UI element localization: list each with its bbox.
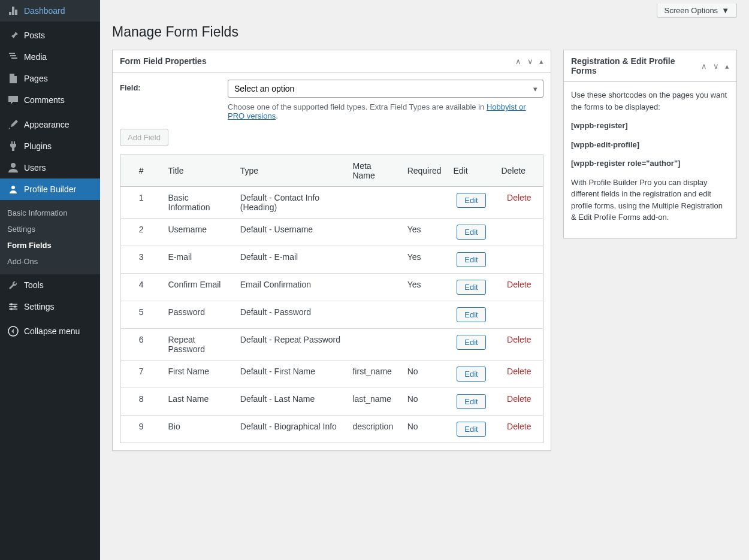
menu-pages[interactable]: Pages [0, 68, 100, 89]
cell-required: Yes [401, 246, 448, 274]
menu-label: Collapse menu [24, 326, 80, 336]
cell-meta [346, 219, 401, 246]
shortcode-register: [wppb-register] [571, 120, 729, 132]
cell-type: Default - Password [234, 301, 347, 329]
main-content: Screen Options▼ Manage Form Fields Form … [100, 0, 749, 560]
edit-button[interactable]: Edit [457, 193, 485, 208]
col-num: # [120, 155, 162, 187]
sidebox-intro: Use these shortcodes on the pages you wa… [571, 89, 729, 113]
cell-required: Yes [401, 219, 448, 246]
toggle-icon[interactable]: ▴ [725, 62, 729, 71]
cell-title: Password [162, 301, 234, 329]
edit-button[interactable]: Edit [457, 394, 485, 409]
delete-link[interactable]: Delete [507, 335, 531, 344]
edit-button[interactable]: Edit [457, 252, 485, 267]
menu-label: Media [24, 52, 47, 62]
col-meta: Meta Name [346, 155, 401, 187]
wrench-icon [7, 279, 19, 291]
cell-num: 4 [120, 274, 162, 301]
menu-comments[interactable]: Comments [0, 89, 100, 111]
cell-title: Last Name [162, 388, 234, 416]
cell-num: 6 [120, 329, 162, 361]
delete-link[interactable]: Delete [507, 280, 531, 289]
menu-label: Pages [24, 74, 48, 83]
add-field-button: Add Field [120, 129, 168, 146]
menu-settings[interactable]: Settings [0, 296, 100, 317]
menu-label: Users [24, 163, 46, 172]
cell-num: 2 [120, 219, 162, 246]
submenu-addons[interactable]: Add-Ons [0, 253, 100, 270]
brush-icon [7, 119, 19, 131]
menu-label: Comments [24, 95, 65, 105]
delete-link[interactable]: Delete [507, 367, 531, 376]
cell-title: Basic Information [162, 187, 234, 219]
menu-plugins[interactable]: Plugins [0, 135, 100, 157]
cell-type: Email Confirmation [234, 274, 347, 301]
svg-point-1 [11, 186, 15, 189]
table-row: 5 Password Default - Password Edit [120, 301, 543, 329]
cell-num: 1 [120, 187, 162, 219]
user-icon [7, 162, 19, 174]
edit-button[interactable]: Edit [457, 367, 485, 382]
page-title: Manage Form Fields [112, 24, 737, 40]
move-up-icon[interactable]: ∧ [701, 62, 707, 71]
cell-num: 9 [120, 416, 162, 443]
menu-label: Appearance [24, 120, 70, 129]
menu-tools[interactable]: Tools [0, 274, 100, 296]
cell-type: Default - First Name [234, 361, 347, 388]
cell-required [401, 329, 448, 361]
delete-link[interactable]: Delete [507, 193, 531, 202]
chevron-down-icon: ▼ [721, 6, 729, 15]
field-help-text: Choose one of the supported field types.… [228, 102, 543, 120]
edit-button[interactable]: Edit [457, 335, 485, 350]
edit-button[interactable]: Edit [457, 307, 485, 322]
menu-profile-builder[interactable]: Profile Builder [0, 178, 100, 200]
col-delete: Delete [496, 155, 543, 187]
col-title: Title [162, 155, 234, 187]
cell-meta: last_name [346, 388, 401, 416]
shortcode-register-role: [wppb-register role="author"] [571, 158, 729, 169]
cell-meta [346, 274, 401, 301]
settings-icon [7, 301, 19, 313]
screen-options-toggle[interactable]: Screen Options▼ [657, 4, 737, 18]
delete-link[interactable]: Delete [507, 422, 531, 431]
move-down-icon[interactable]: ∨ [527, 57, 533, 66]
field-label: Field: [120, 80, 228, 92]
cell-title: Username [162, 219, 234, 246]
cell-required [401, 301, 448, 329]
comment-icon [7, 94, 19, 106]
field-type-select[interactable]: Select an option [228, 80, 543, 98]
cell-type: Default - Contact Info (Heading) [234, 187, 347, 219]
toggle-icon[interactable]: ▴ [539, 57, 543, 66]
cell-title: Bio [162, 416, 234, 443]
menu-collapse[interactable]: Collapse menu [0, 320, 100, 342]
menu-media[interactable]: Media [0, 46, 100, 68]
edit-button[interactable]: Edit [457, 422, 485, 437]
menu-posts[interactable]: Posts [0, 25, 100, 46]
person-icon [7, 183, 19, 195]
cell-title: Repeat Password [162, 329, 234, 361]
submenu-form-fields[interactable]: Form Fields [0, 237, 100, 253]
edit-button[interactable]: Edit [457, 225, 485, 240]
menu-dashboard[interactable]: Dashboard [0, 0, 100, 22]
menu-users[interactable]: Users [0, 157, 100, 178]
svg-point-5 [10, 303, 13, 305]
form-field-properties-box: Form Field Properties ∧ ∨ ▴ Field: [112, 50, 551, 451]
cell-required: No [401, 361, 448, 388]
delete-link[interactable]: Delete [507, 394, 531, 404]
move-down-icon[interactable]: ∨ [713, 62, 719, 71]
menu-appearance[interactable]: Appearance [0, 114, 100, 135]
cell-type: Default - Last Name [234, 388, 347, 416]
submenu-settings[interactable]: Settings [0, 221, 100, 237]
edit-button[interactable]: Edit [457, 280, 485, 295]
table-row: 8 Last Name Default - Last Name last_nam… [120, 388, 543, 416]
move-up-icon[interactable]: ∧ [515, 57, 521, 66]
cell-title: Confirm Email [162, 274, 234, 301]
cell-title: E-mail [162, 246, 234, 274]
table-row: 3 E-mail Default - E-mail Yes Edit [120, 246, 543, 274]
dashboard-icon [7, 5, 19, 17]
cell-meta [346, 329, 401, 361]
submenu-basic-info[interactable]: Basic Information [0, 205, 100, 221]
cell-type: Default - Biographical Info [234, 416, 347, 443]
table-row: 9 Bio Default - Biographical Info descri… [120, 416, 543, 443]
